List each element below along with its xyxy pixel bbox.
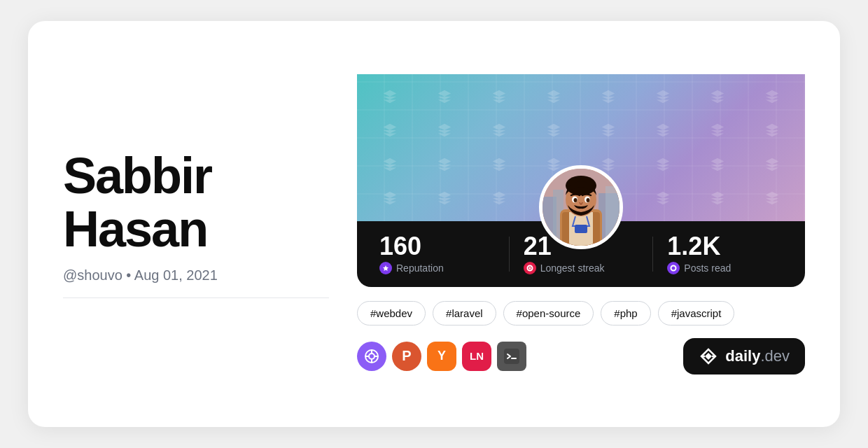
svg-rect-16 [575, 225, 587, 233]
svg-point-20 [671, 265, 676, 270]
posts-icon [667, 262, 680, 274]
pattern-icon [637, 81, 689, 113]
pattern-icon [528, 115, 580, 146]
posts-label: Posts read [684, 262, 731, 274]
pattern-icon [746, 183, 798, 214]
svg-point-19 [528, 267, 531, 269]
pattern-icon [419, 115, 470, 146]
svg-marker-17 [383, 265, 388, 271]
pattern-icon [419, 149, 470, 181]
pattern-icon [637, 183, 689, 214]
streak-label: Longest streak [540, 262, 605, 274]
pattern-icon [746, 115, 798, 146]
reputation-value: 160 [379, 234, 495, 259]
left-section: Sabbir Hasan @shouvo • Aug 01, 2021 [63, 150, 357, 298]
hackernews-icon[interactable]: Y [427, 342, 456, 371]
profile-header: 160 Reputation 21 Longes [357, 74, 805, 287]
pattern-icon [582, 115, 634, 146]
tag-open-source[interactable]: #open-source [503, 301, 594, 326]
tag-php[interactable]: #php [601, 301, 650, 326]
tag-javascript[interactable]: #javascript [658, 301, 735, 326]
user-handle: @shouvo • Aug 01, 2021 [63, 267, 329, 284]
stat-posts: 1.2K Posts read [667, 234, 783, 274]
pattern-icon [692, 115, 743, 146]
pattern-icon [746, 81, 798, 113]
pattern-icon [528, 81, 580, 113]
stat-divider-1 [509, 237, 510, 272]
pattern-icon [473, 183, 525, 214]
streak-icon [524, 262, 536, 274]
pattern-icon [364, 149, 416, 181]
bottom-row: P Y LN [357, 338, 805, 374]
reputation-label-row: Reputation [379, 262, 495, 274]
pattern-icon [582, 81, 634, 113]
pattern-icon [473, 81, 525, 113]
producthunt-icon[interactable]: P [392, 342, 421, 371]
pattern-icon [637, 115, 689, 146]
avatar [539, 165, 623, 249]
crosshair-icon[interactable] [357, 342, 386, 371]
reputation-icon [379, 262, 392, 274]
pattern-icon [364, 183, 416, 214]
posts-label-row: Posts read [667, 262, 783, 274]
posts-value: 1.2K [667, 234, 783, 259]
brand-daily: daily [725, 347, 760, 365]
ln-icon[interactable]: LN [462, 342, 491, 371]
reputation-label: Reputation [396, 262, 444, 274]
svg-rect-27 [504, 349, 519, 364]
brand-icon [699, 346, 718, 366]
stat-reputation: 160 Reputation [379, 234, 495, 274]
brand-dev: .dev [760, 347, 790, 365]
pattern-icon [419, 81, 470, 113]
pattern-icon [473, 115, 525, 146]
svg-point-15 [587, 198, 590, 202]
svg-point-22 [369, 354, 374, 359]
right-section: 160 Reputation 21 Longes [357, 74, 805, 374]
tag-laravel[interactable]: #laravel [433, 301, 496, 326]
pattern-icon [473, 149, 525, 181]
source-icons: P Y LN [357, 342, 526, 371]
pattern-icon [364, 81, 416, 113]
pattern-icon [419, 183, 470, 214]
user-name: Sabbir Hasan [63, 150, 329, 255]
pattern-icon [364, 115, 416, 146]
tags-section: #webdev #laravel #open-source #php #java… [357, 301, 805, 326]
streak-label-row: Longest streak [524, 262, 639, 274]
pattern-icon [692, 149, 743, 181]
brand-text: daily.dev [725, 347, 790, 365]
svg-point-14 [574, 198, 578, 202]
cover-image [357, 74, 805, 221]
pattern-icon [637, 149, 689, 181]
profile-card: Sabbir Hasan @shouvo • Aug 01, 2021 [28, 21, 840, 427]
brand-logo: daily.dev [683, 338, 805, 374]
divider [63, 298, 329, 298]
stat-divider-2 [652, 237, 653, 272]
tag-webdev[interactable]: #webdev [357, 301, 426, 326]
pattern-icon [692, 183, 743, 214]
pattern-icon [746, 149, 798, 181]
terminal-icon[interactable] [497, 342, 526, 371]
pattern-icon [692, 81, 743, 113]
